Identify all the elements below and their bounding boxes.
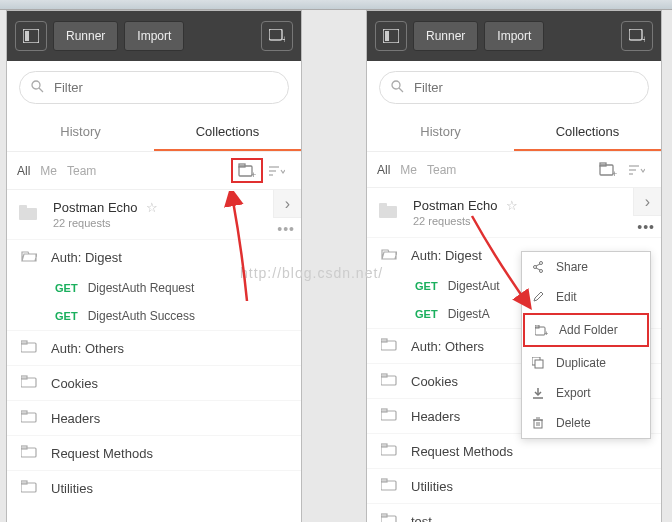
folder-icon [381,338,397,354]
folder-utilities[interactable]: Utilities [367,468,661,503]
menu-export[interactable]: Export [522,378,650,408]
sort-icon[interactable] [263,161,291,181]
menu-label: Export [556,386,591,400]
svg-text:+: + [544,329,548,336]
folder-label: Auth: Digest [411,248,482,263]
svg-rect-62 [534,420,542,428]
expand-chevron-icon[interactable]: › [633,188,661,216]
method-badge: GET [55,310,78,322]
folder-request-methods[interactable]: Request Methods [7,435,301,470]
filter-me[interactable]: Me [40,164,57,178]
folder-icon [21,480,37,496]
folder-auth-others[interactable]: Auth: Others [7,330,301,365]
collection-name: Postman Echo [413,198,498,213]
request-row[interactable]: GET DigestAuth Success [7,302,301,330]
watermark-text: http://blog.csdn.net/ [240,265,383,281]
folder-icon [381,443,397,459]
folder-cookies[interactable]: Cookies [7,365,301,400]
context-menu: Share Edit + Add Folder Duplicate Export… [521,251,651,439]
filter-all[interactable]: All [17,164,30,178]
toolbar: Runner Import + [367,11,661,61]
svg-rect-13 [19,205,27,210]
menu-label: Edit [556,290,577,304]
folder-label: Auth: Others [51,341,124,356]
sort-icon[interactable] [623,160,651,180]
svg-line-53 [536,264,540,266]
folder-label: test [411,514,432,523]
folder-headers[interactable]: Headers [7,400,301,435]
filter-all[interactable]: All [377,163,390,177]
folder-label: Request Methods [51,446,153,461]
collection-header[interactable]: Postman Echo ☆ 22 requests › ••• [7,190,301,239]
folder-icon [21,340,37,356]
new-window-button[interactable]: + [621,21,653,51]
menu-share[interactable]: Share [522,252,650,282]
menu-label: Delete [556,416,591,430]
delete-icon [532,417,546,429]
add-folder-icon: + [535,325,549,336]
folder-icon [381,513,397,522]
method-badge: GET [415,280,438,292]
folder-label: Request Methods [411,444,513,459]
search-icon [31,79,44,97]
filter-me[interactable]: Me [400,163,417,177]
folder-label: Headers [51,411,100,426]
runner-button[interactable]: Runner [53,21,118,51]
star-icon[interactable]: ☆ [146,200,158,215]
folder-label: Utilities [411,479,453,494]
menu-label: Add Folder [559,323,618,337]
filter-team[interactable]: Team [67,164,96,178]
tab-collections[interactable]: Collections [154,114,301,151]
menu-label: Share [556,260,588,274]
more-icon[interactable]: ••• [637,219,655,235]
svg-rect-2 [269,29,282,40]
tab-history[interactable]: History [367,114,514,151]
folder-utilities[interactable]: Utilities [7,470,301,505]
add-collection-icon[interactable]: + [593,158,623,181]
sidebar-toggle-button[interactable] [15,21,47,51]
folder-open-icon [21,249,37,265]
more-icon[interactable]: ••• [277,221,295,237]
star-icon[interactable]: ☆ [506,198,518,213]
folder-icon [381,408,397,424]
menu-duplicate[interactable]: Duplicate [522,348,650,378]
folder-icon [21,445,37,461]
filter-row [7,61,301,114]
collection-icon [19,205,39,225]
search-icon [391,79,404,97]
sidebar-toggle-button[interactable] [375,21,407,51]
import-button[interactable]: Import [484,21,544,51]
filter-input[interactable] [19,71,289,104]
request-name: DigestA [448,307,490,321]
add-collection-icon[interactable]: + [231,158,263,183]
menu-add-folder[interactable]: + Add Folder [523,313,649,347]
expand-chevron-icon[interactable]: › [273,190,301,218]
svg-rect-37 [379,203,387,208]
filter-team[interactable]: Team [427,163,456,177]
filter-input[interactable] [379,71,649,104]
request-name: DigestAut [448,279,500,293]
import-button[interactable]: Import [124,21,184,51]
tab-collections[interactable]: Collections [514,114,661,151]
collection-count: 22 requests [413,215,651,227]
collection-header[interactable]: Postman Echo ☆ 22 requests › ••• [367,188,661,237]
svg-text:+: + [612,169,617,177]
svg-rect-26 [629,29,642,40]
svg-rect-25 [385,31,389,41]
collection-count: 22 requests [53,217,291,229]
menu-edit[interactable]: Edit [522,282,650,312]
runner-button[interactable]: Runner [413,21,478,51]
folder-test[interactable]: test [367,503,661,522]
svg-text:+: + [642,34,645,43]
folder-icon [21,375,37,391]
folder-icon [381,478,397,494]
svg-point-28 [392,81,400,89]
folder-label: Headers [411,409,460,424]
svg-line-29 [399,88,403,92]
svg-text:+: + [251,170,256,178]
folder-label: Utilities [51,481,93,496]
menu-delete[interactable]: Delete [522,408,650,438]
new-window-button[interactable]: + [261,21,293,51]
tab-history[interactable]: History [7,114,154,151]
method-badge: GET [55,282,78,294]
